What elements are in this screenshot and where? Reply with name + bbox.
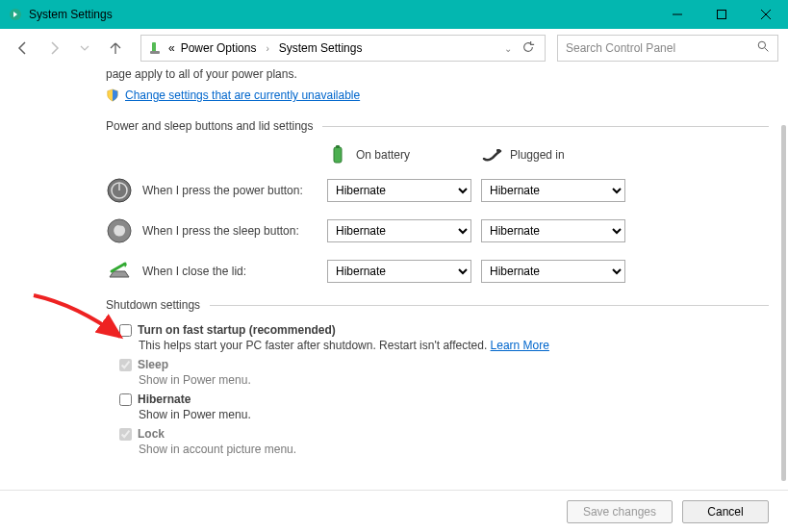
row-label: When I press the sleep button:: [142, 224, 299, 238]
sleep-button-icon: [106, 217, 133, 244]
breadcrumb-prefix: «: [168, 41, 175, 55]
power-button-battery-select[interactable]: Hibernate: [327, 179, 471, 202]
svg-rect-11: [496, 149, 500, 152]
power-button-icon: [106, 177, 133, 204]
svg-rect-2: [718, 11, 726, 19]
lock-label: Lock: [138, 427, 165, 441]
content-area: page apply to all of your power plans. C…: [0, 67, 788, 488]
row-label: When I press the power button:: [142, 184, 303, 197]
app-icon: [8, 7, 23, 22]
up-button[interactable]: [102, 35, 129, 62]
search-icon: [757, 40, 770, 56]
lock-item: Lock: [119, 427, 769, 441]
sleep-desc: Show in Power menu.: [139, 373, 769, 387]
breadcrumb-item[interactable]: System Settings: [279, 41, 363, 55]
search-input[interactable]: Search Control Panel: [557, 35, 778, 62]
row-close-lid: When I close the lid: Hibernate Hibernat…: [106, 258, 769, 285]
lid-plugged-select[interactable]: Hibernate: [481, 260, 625, 283]
sleep-button-battery-select[interactable]: Hibernate: [327, 219, 471, 242]
maximize-button[interactable]: [699, 0, 744, 29]
minimize-button[interactable]: [655, 0, 699, 29]
save-changes-button[interactable]: Save changes: [567, 500, 673, 523]
svg-point-7: [758, 41, 765, 48]
lid-battery-select[interactable]: Hibernate: [327, 260, 471, 283]
address-dropdown-icon[interactable]: ⌄: [504, 43, 512, 54]
lock-checkbox[interactable]: [119, 428, 132, 441]
close-button[interactable]: [744, 0, 788, 29]
window-title: System Settings: [29, 8, 655, 21]
shield-icon: [106, 89, 119, 102]
learn-more-link[interactable]: Learn More: [491, 339, 549, 352]
titlebar: System Settings: [0, 0, 788, 29]
row-power-button: When I press the power button: Hibernate…: [106, 177, 769, 204]
hibernate-label: Hibernate: [138, 393, 191, 406]
forward-button[interactable]: [40, 35, 67, 62]
breadcrumb-item[interactable]: Power Options: [181, 41, 257, 55]
hibernate-desc: Show in Power menu.: [139, 408, 769, 421]
address-icon: [147, 40, 163, 56]
sleep-checkbox[interactable]: [119, 359, 132, 371]
battery-icon: [327, 144, 348, 165]
sleep-item: Sleep: [119, 358, 769, 371]
fast-startup-label: Turn on fast startup (recommended): [138, 323, 336, 337]
navbar: « Power Options › System Settings ⌄ Sear…: [0, 29, 788, 67]
lock-desc: Show in account picture menu.: [139, 443, 769, 456]
sleep-button-plugged-select[interactable]: Hibernate: [481, 219, 625, 242]
svg-line-8: [765, 48, 768, 51]
plug-icon: [481, 144, 502, 165]
section-title: Shutdown settings: [106, 298, 200, 312]
column-on-battery: On battery: [327, 144, 481, 165]
truncated-text: page apply to all of your power plans.: [106, 67, 769, 81]
power-button-plugged-select[interactable]: Hibernate: [481, 179, 625, 202]
address-bar[interactable]: « Power Options › System Settings ⌄: [140, 35, 546, 62]
hibernate-item: Hibernate: [119, 393, 769, 406]
fast-startup-checkbox[interactable]: [119, 324, 132, 337]
column-plugged-in: Plugged in: [481, 144, 635, 165]
search-placeholder: Search Control Panel: [566, 41, 757, 55]
fast-startup-item: Turn on fast startup (recommended): [119, 323, 769, 337]
fast-startup-desc: This helps start your PC faster after sh…: [139, 339, 769, 352]
lid-icon: [106, 258, 133, 285]
row-label: When I close the lid:: [142, 265, 246, 278]
cancel-button[interactable]: Cancel: [682, 500, 769, 523]
hibernate-checkbox[interactable]: [119, 393, 132, 406]
sleep-label: Sleep: [138, 358, 168, 371]
svg-rect-10: [336, 145, 340, 148]
footer: Save changes Cancel: [0, 490, 788, 532]
svg-rect-6: [150, 51, 160, 54]
recent-dropdown[interactable]: [71, 35, 98, 62]
svg-rect-5: [152, 42, 156, 52]
svg-rect-9: [334, 147, 342, 163]
back-button[interactable]: [10, 35, 37, 62]
section-power-buttons: Power and sleep buttons and lid settings: [106, 119, 769, 133]
section-shutdown: Shutdown settings: [106, 298, 769, 312]
chevron-right-icon[interactable]: ›: [262, 43, 272, 54]
section-title: Power and sleep buttons and lid settings: [106, 119, 313, 133]
row-sleep-button: When I press the sleep button: Hibernate…: [106, 217, 769, 244]
refresh-button[interactable]: [518, 40, 539, 57]
scrollbar[interactable]: [781, 125, 786, 481]
change-settings-link[interactable]: Change settings that are currently unava…: [125, 89, 360, 102]
